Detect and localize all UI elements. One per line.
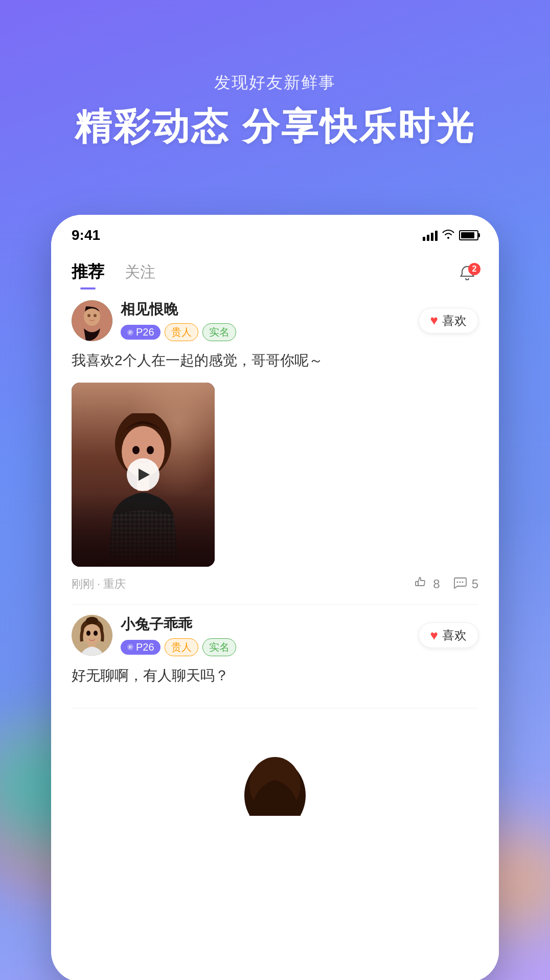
video-dark-overlay: [72, 493, 215, 567]
svg-point-18: [462, 581, 463, 583]
heart-icon: ♥: [430, 313, 438, 328]
avatar[interactable]: [72, 615, 112, 656]
svg-point-4: [94, 314, 97, 317]
user-info: 相见恨晚 P P26 贵人: [121, 300, 419, 341]
tag-verified: 实名: [202, 638, 236, 656]
signal-bar-2: [427, 235, 429, 241]
post-footer: 刚刚 · 重庆 8: [72, 575, 478, 594]
video-content: [72, 383, 215, 567]
user-info: 小兔子乖乖 P P26 贵人: [121, 615, 419, 656]
post-username: 小兔子乖乖: [121, 615, 419, 634]
tab-recommended[interactable]: 推荐: [72, 261, 104, 289]
wifi-icon: [442, 229, 455, 242]
comments-count: 5: [472, 577, 478, 591]
like-button[interactable]: ♥ 喜欢: [419, 308, 478, 333]
tag-p-level: P P26: [121, 325, 161, 340]
notification-badge: 2: [468, 263, 480, 275]
battery-fill: [461, 232, 474, 238]
post-item: 相见恨晚 P P26 贵人: [72, 300, 478, 605]
svg-rect-15: [416, 582, 418, 586]
post-text: 我喜欢2个人在一起的感觉，哥哥你呢～: [72, 349, 478, 372]
partial-avatar-silhouette: [234, 724, 316, 816]
play-button[interactable]: [127, 458, 159, 491]
svg-point-16: [456, 581, 458, 583]
tag-verified: 实名: [202, 323, 236, 341]
post-meta: 刚刚 · 重庆: [72, 576, 126, 592]
thumbs-up-icon: [414, 575, 429, 594]
comment-action[interactable]: 5: [452, 575, 478, 594]
tabs-bar: 推荐 关注 2: [51, 251, 499, 289]
svg-point-3: [87, 314, 90, 317]
notification-bell[interactable]: 2: [456, 264, 478, 286]
post-header: 小兔子乖乖 P P26 贵人: [72, 615, 478, 656]
signal-bar-3: [431, 233, 433, 241]
svg-point-24: [94, 631, 98, 636]
hero-title: 精彩动态 分享快乐时光: [0, 102, 550, 151]
svg-point-22: [83, 624, 101, 644]
play-icon: [139, 469, 150, 481]
app-content: 推荐 关注 2: [51, 251, 499, 980]
status-icons: [423, 229, 478, 242]
signal-bar-4: [435, 231, 438, 241]
post-partial: [72, 714, 478, 816]
hero-section: 发现好友新鲜事 精彩动态 分享快乐时光: [0, 0, 550, 151]
tag-real-person: 贵人: [165, 638, 198, 656]
comment-icon: [452, 575, 468, 594]
tag-real-person: 贵人: [165, 323, 198, 341]
post-header: 相见恨晚 P P26 贵人: [72, 300, 478, 341]
like-label: 喜欢: [442, 627, 467, 643]
svg-point-21: [86, 617, 98, 625]
battery-icon: [459, 230, 478, 240]
like-button[interactable]: ♥ 喜欢: [419, 622, 478, 648]
svg-point-13: [147, 446, 154, 454]
post-actions: 8: [414, 575, 478, 594]
status-time: 9:41: [72, 227, 100, 243]
signal-bar-1: [423, 237, 425, 241]
thumbs-up-action[interactable]: 8: [414, 575, 440, 594]
video-thumbnail[interactable]: [72, 383, 215, 567]
status-bar: 9:41: [51, 215, 499, 251]
post-feed: 相见恨晚 P P26 贵人: [51, 289, 499, 826]
svg-text:P: P: [129, 645, 132, 650]
svg-point-12: [132, 446, 140, 454]
post-text: 好无聊啊，有人聊天吗？: [72, 664, 478, 687]
post-item: 小兔子乖乖 P P26 贵人: [72, 615, 478, 708]
svg-point-17: [459, 581, 461, 583]
hero-subtitle: 发现好友新鲜事: [0, 72, 550, 94]
phone-screen: 9:41: [51, 215, 499, 980]
signal-icon: [423, 230, 438, 241]
heart-icon: ♥: [430, 628, 438, 643]
like-label: 喜欢: [442, 313, 467, 329]
likes-count: 8: [433, 577, 440, 591]
phone-mockup: 9:41: [51, 215, 499, 980]
tag-p-level: P P26: [121, 640, 161, 655]
tab-following[interactable]: 关注: [125, 262, 155, 289]
user-tags: P P26 贵人 实名: [121, 323, 419, 341]
post-username: 相见恨晚: [121, 300, 419, 319]
user-tags: P P26 贵人 实名: [121, 638, 419, 656]
svg-text:P: P: [129, 330, 132, 335]
svg-point-23: [86, 631, 90, 636]
avatar[interactable]: [72, 300, 112, 341]
